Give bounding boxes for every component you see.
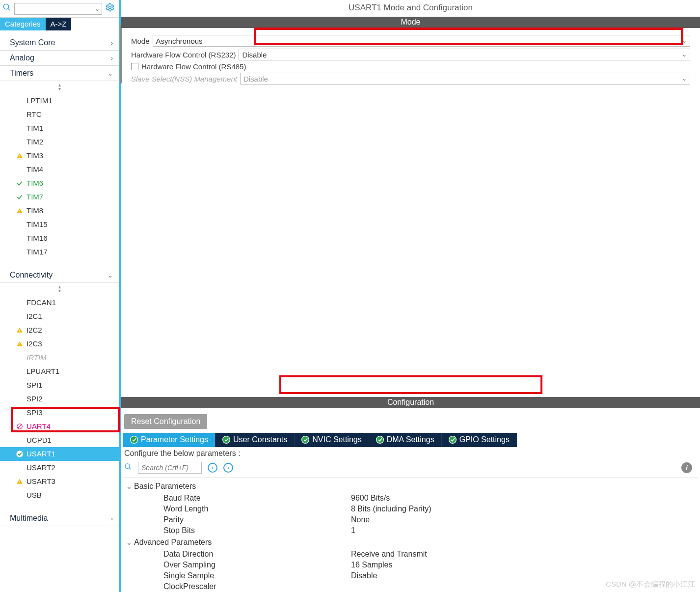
info-icon[interactable]: i: [681, 462, 692, 473]
param-name: Stop Bits: [163, 526, 351, 535]
param-row[interactable]: ParityNone: [126, 514, 698, 525]
warn-icon: [16, 152, 24, 159]
timers-tree: LPTIM1RTCTIM1TIM2TIM3TIM4TIM6TIM7TIM8TIM…: [0, 93, 119, 268]
tree-item[interactable]: TIM6: [0, 176, 119, 190]
sort-hint-icon: ▴▾: [0, 81, 119, 93]
subtab[interactable]: User Constants: [215, 433, 295, 447]
mode-combo[interactable]: Asynchronous ⌄: [153, 35, 690, 47]
combo-value: Disable: [243, 75, 268, 83]
ban-icon: [16, 423, 24, 430]
param-row[interactable]: Word Length8 Bits (including Parity): [126, 504, 698, 514]
checkcircle-icon: [16, 450, 24, 458]
param-value: 1: [351, 526, 698, 535]
tree-item-label: SPI2: [27, 393, 43, 405]
section-timers[interactable]: Timers ⌄: [0, 66, 119, 81]
check-icon: [16, 194, 24, 200]
tree-item-label: IRTIM: [27, 352, 47, 364]
tree-item[interactable]: LPUART1: [0, 365, 119, 378]
subtab[interactable]: NVIC Settings: [295, 433, 369, 447]
section-connectivity[interactable]: Connectivity ⌄: [0, 268, 119, 283]
param-row[interactable]: Data DirectionReceive and Transmit: [126, 549, 698, 560]
warn-icon: [16, 478, 24, 485]
param-name: Parity: [163, 515, 351, 524]
reset-config-button[interactable]: Reset Configuration: [124, 414, 207, 429]
tree-item-label: USART2: [27, 462, 55, 474]
svg-rect-9: [19, 343, 20, 344]
subtab[interactable]: DMA Settings: [369, 433, 442, 447]
param-row[interactable]: Baud Rate9600 Bits/s: [126, 493, 698, 504]
tree-item[interactable]: TIM1: [0, 121, 119, 135]
tree-item-label: LPTIM1: [27, 95, 53, 107]
hw232-combo[interactable]: Disable ⌄: [239, 49, 690, 60]
tree-item[interactable]: UCPD1: [0, 433, 119, 447]
tab-a-to-z[interactable]: A->Z: [46, 18, 72, 30]
section-system-core[interactable]: System Core ›: [0, 35, 119, 51]
svg-rect-15: [19, 482, 20, 483]
tree-item[interactable]: TIM3: [0, 149, 119, 163]
prev-match-button[interactable]: ‹: [208, 463, 217, 473]
tree-item[interactable]: LPTIM1: [0, 94, 119, 108]
svg-point-13: [16, 451, 23, 457]
tree-item-label: TIM15: [27, 219, 48, 230]
tree-item[interactable]: USART2: [0, 461, 119, 475]
param-name: Data Direction: [163, 550, 351, 559]
tree-item[interactable]: IRTIM: [0, 351, 119, 365]
tree-item[interactable]: USB: [0, 488, 119, 502]
warn-icon: [16, 327, 24, 334]
tree-item[interactable]: TIM16: [0, 231, 119, 245]
tree-item[interactable]: UART4: [0, 420, 119, 433]
tree-item[interactable]: TIM8: [0, 204, 119, 218]
chevron-down-icon: ⌄: [682, 51, 687, 58]
tree-item-label: TIM2: [27, 136, 43, 148]
tree-item-label: TIM4: [27, 164, 43, 175]
sidebar-tabs: Categories A->Z: [0, 18, 119, 30]
tree-item[interactable]: TIM7: [0, 190, 119, 204]
tree-item[interactable]: I2C2: [0, 323, 119, 337]
subtab[interactable]: Parameter Settings: [123, 433, 215, 447]
hw485-label: Hardware Flow Control (RS485): [141, 62, 246, 71]
nss-label: Slave Select(NSS) Management: [131, 75, 237, 83]
tree-item[interactable]: TIM4: [0, 163, 119, 176]
tree-item-label: I2C3: [27, 338, 42, 350]
tree-item[interactable]: USART1: [0, 447, 119, 461]
param-row[interactable]: Over Sampling16 Samples: [126, 560, 698, 570]
section-multimedia[interactable]: Multimedia ›: [0, 511, 119, 526]
search-input[interactable]: ⌄: [14, 3, 102, 15]
watermark: CSDN @不会编程的小江江: [606, 580, 695, 589]
svg-point-16: [131, 436, 137, 443]
param-row[interactable]: Stop Bits1: [126, 525, 698, 536]
tree-item[interactable]: SPI3: [0, 406, 119, 420]
config-hint: Configure the below parameters :: [123, 447, 698, 460]
tab-categories[interactable]: Categories: [0, 18, 46, 30]
tree-item[interactable]: USART3: [0, 475, 119, 488]
connectivity-tree: FDCAN1I2C1I2C2I2C3IRTIMLPUART1SPI1SPI2SP…: [0, 295, 119, 511]
search-icon: [124, 463, 132, 473]
svg-point-19: [377, 436, 383, 443]
subtab[interactable]: GPIO Settings: [442, 433, 517, 447]
section-label: Connectivity: [10, 271, 53, 280]
chevron-down-icon: ⌄: [108, 70, 113, 77]
section-analog[interactable]: Analog ›: [0, 51, 119, 66]
svg-rect-5: [19, 210, 20, 211]
tree-item[interactable]: TIM17: [0, 245, 119, 259]
tree-item-label: TIM1: [27, 122, 43, 134]
hw485-checkbox[interactable]: [131, 63, 138, 70]
tree-item[interactable]: FDCAN1: [0, 296, 119, 310]
param-name: Single Sample: [163, 571, 351, 580]
param-search-input[interactable]: [138, 462, 202, 474]
tree-item[interactable]: I2C1: [0, 310, 119, 323]
tree-item[interactable]: TIM2: [0, 135, 119, 149]
tree-item[interactable]: TIM15: [0, 218, 119, 231]
svg-rect-10: [19, 345, 20, 345]
tree-item[interactable]: RTC: [0, 108, 119, 121]
group-advanced-params[interactable]: Advanced Parameters: [126, 536, 698, 549]
group-basic-params[interactable]: Basic Parameters: [126, 480, 698, 493]
gear-icon[interactable]: [105, 2, 115, 15]
tree-item-label: LPUART1: [27, 366, 59, 377]
tree-item[interactable]: I2C3: [0, 337, 119, 351]
tree-item-label: TIM17: [27, 246, 48, 258]
tree-item[interactable]: SPI1: [0, 378, 119, 392]
tree-item[interactable]: SPI2: [0, 392, 119, 406]
svg-rect-3: [19, 155, 20, 156]
next-match-button[interactable]: ›: [223, 463, 233, 473]
